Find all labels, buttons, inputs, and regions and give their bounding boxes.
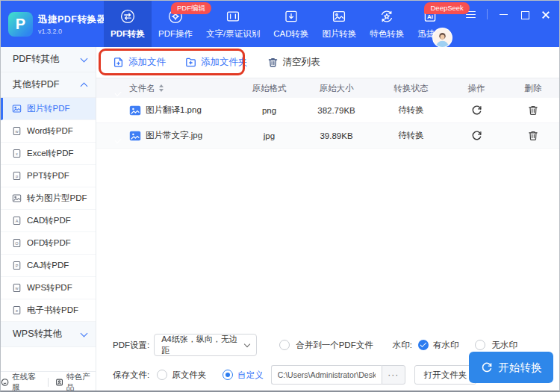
clear-list-button[interactable]: 清空列表 <box>267 56 320 69</box>
add-file-button[interactable]: 添加文件 <box>113 56 166 69</box>
refresh-icon[interactable] <box>471 130 482 141</box>
app-window: P 迅捷PDF转换器 v1.3.2.0 PDF转换 PDF编辑 PDF操作 文字… <box>0 0 560 392</box>
add-folder-label: 添加文件夹 <box>201 56 248 69</box>
file-name: 图片翻译1.png <box>146 105 202 116</box>
tab-cad-convert[interactable]: CAD转换 <box>267 1 315 47</box>
without-watermark-label[interactable]: 无水印 <box>491 340 517 351</box>
original-folder-radio[interactable] <box>157 370 167 380</box>
tab-pdf-convert[interactable]: PDF转换 <box>104 1 152 47</box>
excel-doc-icon: x <box>12 149 22 158</box>
special-products-link[interactable]: 特色产品 <box>55 372 96 392</box>
sidebar-spacer <box>1 347 96 371</box>
with-watermark-radio[interactable] <box>418 340 429 350</box>
main-panel: 添加文件 添加文件夹 清空列表 文件名 原始格式 原始大小 转换状态 操作 删除 <box>96 47 560 392</box>
sidebar-item-ppt-to-pdf[interactable]: p PPT转PDF <box>1 165 96 187</box>
minimize-icon[interactable] <box>499 10 508 19</box>
trash-icon[interactable] <box>528 105 538 116</box>
svg-text:Ai: Ai <box>427 13 433 20</box>
sidebar-item-label: CAD转PDF <box>27 215 71 226</box>
ofd-doc-icon: O <box>12 238 22 248</box>
pdf-convert-icon <box>119 8 136 25</box>
file-size: 382.79KB <box>297 106 376 115</box>
sidebar-section-pdf-to-other[interactable]: PDF转其他 <box>1 47 96 72</box>
sidebar-item-ofd-to-pdf[interactable]: O OFD转PDF <box>1 232 96 255</box>
tab-image-convert[interactable]: 图片转换 <box>315 1 363 47</box>
original-folder-label[interactable]: 原文件夹 <box>172 370 206 381</box>
convert-action-cell <box>447 130 506 141</box>
start-convert-button[interactable]: 开始转换 <box>469 352 553 383</box>
sidebar-item-caj-to-pdf[interactable]: P CAJ转PDF <box>1 255 96 277</box>
svg-text:w: w <box>14 286 19 290</box>
col-header-delete: 删除 <box>506 83 560 94</box>
start-convert-label: 开始转换 <box>499 361 542 375</box>
online-support-link[interactable]: 在线客服 <box>1 372 41 392</box>
svg-text:O: O <box>15 241 19 246</box>
sidebar-item-ebook-to-pdf[interactable]: e 电子书转PDF <box>1 299 96 322</box>
convert-spinner-icon <box>481 361 493 373</box>
trash-icon[interactable] <box>528 130 538 141</box>
sidebar-item-cad-to-pdf[interactable]: A CAD转PDF <box>1 210 96 232</box>
page-setting-select[interactable]: A4纸张，纵向，无边距 <box>154 334 257 356</box>
ppt-doc-icon: p <box>12 171 22 181</box>
custom-folder-label[interactable]: 自定义 <box>237 370 264 381</box>
col-header-filename[interactable]: 文件名 <box>129 83 241 94</box>
sidebar-item-word-to-pdf[interactable]: w Word转PDF <box>1 120 96 143</box>
merge-pdf-label[interactable]: 合并到一个PDF文件 <box>296 340 373 351</box>
sidebar-item-excel-to-pdf[interactable]: x Excel转PDF <box>1 143 96 165</box>
close-icon[interactable] <box>541 10 550 19</box>
user-avatar[interactable] <box>432 28 452 48</box>
sidebar-item-to-image-pdf[interactable]: 转为图片型PDF <box>1 187 96 210</box>
sidebar-item-wps-to-pdf[interactable]: w WPS转PDF <box>1 277 96 299</box>
file-name-cell: 图片带文字.jpg <box>129 130 241 141</box>
add-file-label: 添加文件 <box>128 56 166 69</box>
open-folder-button[interactable]: 打开文件夹 <box>414 365 477 385</box>
deepseek-badge: DeepSeek <box>424 2 469 14</box>
refresh-icon[interactable] <box>471 105 482 116</box>
caj-doc-icon: P <box>12 261 22 270</box>
image-file-icon <box>129 105 141 116</box>
file-format: jpg <box>241 131 297 140</box>
sidebar-item-image-to-pdf[interactable]: 图片转PDF <box>1 98 96 120</box>
chat-smiley-icon <box>1 378 9 387</box>
maximize-icon[interactable] <box>520 10 529 19</box>
svg-text:A: A <box>16 219 19 223</box>
col-header-format: 原始格式 <box>241 83 297 94</box>
image-file-icon <box>12 193 22 203</box>
ocr-scan-icon <box>225 8 241 25</box>
tab-special-convert[interactable]: 特色转换 <box>363 1 411 47</box>
add-folder-button[interactable]: 添加文件夹 <box>185 56 248 69</box>
sidebar-section-wps-to-other[interactable]: WPS转其他 <box>1 322 96 347</box>
tab-label: CAD转换 <box>273 28 308 40</box>
trash-icon <box>267 57 279 68</box>
sort-icon[interactable] <box>159 84 164 92</box>
sidebar: PDF转其他 其他转PDF 图片转PDF w Word转PDF x Excel转… <box>1 47 96 392</box>
save-file-label: 保存文件: <box>113 370 149 381</box>
browse-button[interactable]: ··· <box>382 365 405 385</box>
delete-cell <box>506 105 560 116</box>
save-path-input[interactable] <box>271 365 382 385</box>
with-watermark-label[interactable]: 有水印 <box>433 340 459 351</box>
sidebar-item-label: 电子书转PDF <box>27 305 78 316</box>
table-header-row: 文件名 原始格式 原始大小 转换状态 操作 删除 <box>96 78 560 98</box>
without-watermark-radio[interactable] <box>475 340 485 350</box>
merge-pdf-radio[interactable] <box>279 340 290 350</box>
sidebar-item-label: WPS转PDF <box>27 282 72 293</box>
convert-status: 待转换 <box>376 105 447 116</box>
sidebar-section-other-to-pdf[interactable]: 其他转PDF <box>1 72 96 98</box>
svg-text:w: w <box>14 129 19 134</box>
section-label: 其他转PDF <box>13 78 60 91</box>
svg-text:x: x <box>16 152 18 156</box>
special-products-label: 特色产品 <box>66 372 96 392</box>
section-label: WPS转其他 <box>13 328 62 340</box>
col-header-status: 转换状态 <box>376 83 447 94</box>
avatar-person-icon <box>433 28 452 47</box>
clear-list-label: 清空列表 <box>283 56 320 69</box>
chevron-down-icon <box>244 340 250 346</box>
image-file-icon <box>12 104 22 113</box>
col-header-action: 操作 <box>447 83 506 94</box>
sidebar-item-label: 图片转PDF <box>27 103 70 114</box>
image-file-icon <box>129 131 141 141</box>
tab-pdf-operate[interactable]: PDF编辑 PDF操作 <box>152 1 199 47</box>
custom-folder-radio[interactable] <box>223 370 233 380</box>
online-support-label: 在线客服 <box>12 372 41 392</box>
